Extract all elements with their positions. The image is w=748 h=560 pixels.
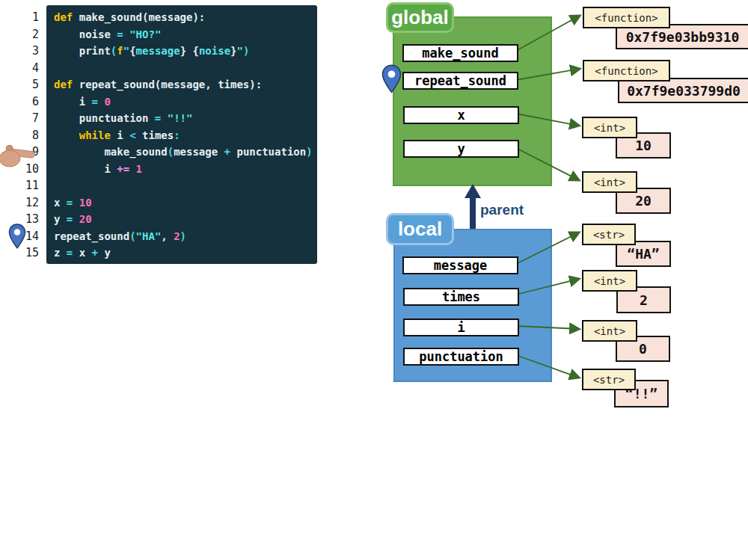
line-number: 3 [0,43,39,60]
parent-label: parent [480,202,524,218]
line-number: 5 [0,76,39,93]
code-line-10: i += 1 [54,161,317,178]
code-line-14: repeat_sound("HA", 2) [54,228,317,245]
code-lines: def make_sound(message): noise = "HO?" p… [54,9,317,262]
code-line-6: i = 0 [54,93,317,111]
code-line-7: punctuation = "!!" [54,110,317,127]
code-editor-panel: def make_sound(message): noise = "HO?" p… [46,5,317,264]
variable-box-repeat_sound: repeat_sound [402,72,518,90]
code-line-15: z = x + y [54,244,317,262]
code-line-9: make_sound(message + punctuation) [54,144,317,161]
value-box-repeat_sound: 0x7f9e033799d0 [618,78,748,103]
code-line-4 [54,60,317,77]
type-tag-make_sound: <function> [583,7,670,28]
type-tag-repeat_sound: <function> [583,60,670,81]
variable-box-i: i [403,319,519,336]
variable-box-x: x [403,106,519,124]
variable-box-times: times [403,288,519,306]
type-tag-x: <int> [582,117,637,138]
variable-box-y: y [403,140,519,158]
type-tag-y: <int> [582,171,637,193]
variable-box-message: message [402,256,518,274]
location-pin-icon [381,64,402,94]
code-line-11 [54,177,317,194]
location-pin-icon [8,224,26,249]
line-number: 6 [0,93,39,111]
local-frame-label: local [386,213,454,245]
line-number: 4 [0,60,39,77]
code-line-3: print(f"{message} {noise}") [54,43,317,60]
code-line-13: y = 20 [54,211,317,228]
pointing-hand-icon [0,141,36,169]
type-tag-message: <str> [582,224,636,245]
type-tag-punctuation: <str> [582,369,636,390]
global-frame-label: global [386,2,454,33]
line-number: 2 [0,26,39,43]
line-number: 7 [0,110,39,127]
line-number: 12 [0,194,39,212]
code-line-8: while i < times: [54,127,317,144]
variable-box-make_sound: make_sound [402,44,518,62]
line-number: 1 [0,9,39,26]
parent-arrow [465,184,481,229]
code-line-5: def repeat_sound(message, times): [54,76,317,93]
global-frame [393,16,552,186]
scope-diagram-canvas: 123456789101112131415 def make_sound(mes… [0,0,748,560]
line-number: 11 [0,177,39,194]
type-tag-i: <int> [582,320,637,342]
code-line-2: noise = "HO?" [54,26,317,43]
code-line-1: def make_sound(message): [54,9,317,26]
type-tag-times: <int> [582,270,637,292]
code-line-12: x = 10 [54,194,317,212]
variable-box-punctuation: punctuation [403,348,519,366]
